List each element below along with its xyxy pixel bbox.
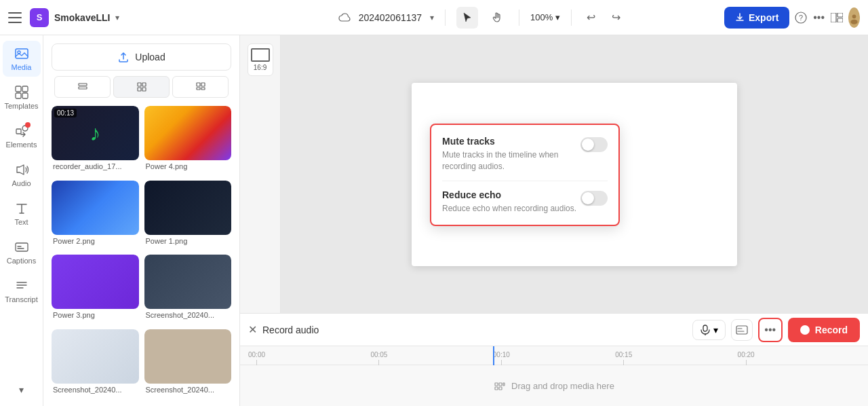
list-item[interactable]: Screenshot_20240... bbox=[144, 255, 232, 324]
captions-toggle-button[interactable] bbox=[731, 319, 753, 341]
toolbar-separator bbox=[445, 10, 446, 26]
view-toggle bbox=[52, 76, 231, 98]
ruler-label-3: 00:15 bbox=[615, 351, 632, 358]
svg-rect-19 bbox=[16, 243, 28, 251]
captions-toggle-icon bbox=[736, 325, 748, 335]
upload-label: Upload bbox=[135, 52, 165, 62]
list-item[interactable]: Power 1.png bbox=[144, 181, 232, 250]
record-bar: ✕ Record audio ▾ bbox=[240, 314, 868, 346]
ruler-mark-2: 00:10 bbox=[493, 351, 510, 365]
drag-drop-label: Drag and drop media here bbox=[511, 381, 614, 391]
reduce-echo-toggle[interactable] bbox=[580, 191, 608, 206]
reduce-echo-description: Reduce echo when recording audios. bbox=[442, 203, 576, 215]
pointer-tool-button[interactable] bbox=[456, 7, 478, 29]
ruler-mark-3: 00:15 bbox=[615, 351, 632, 365]
sidebar-item-templates[interactable]: Templates bbox=[3, 79, 41, 115]
list-view-button[interactable] bbox=[54, 76, 111, 98]
media-panel: Upload ♪ 00:13 recorder_ bbox=[43, 35, 240, 406]
svg-rect-21 bbox=[79, 87, 87, 89]
upload-button[interactable]: Upload bbox=[52, 43, 231, 71]
aspect-label: 16:9 bbox=[254, 64, 267, 71]
sidebar-text-label: Text bbox=[14, 218, 28, 226]
templates-icon bbox=[14, 85, 29, 100]
sidebar-item-text[interactable]: Text bbox=[3, 196, 41, 232]
record-button[interactable]: Record bbox=[788, 318, 860, 342]
more-menu-button[interactable]: ••• bbox=[813, 7, 825, 29]
drag-drop-area[interactable]: Drag and drop media here bbox=[240, 365, 868, 406]
header-left: S SmokaveLLI ▾ bbox=[8, 8, 239, 27]
more-options-label: ••• bbox=[764, 324, 776, 336]
help-button[interactable]: ? bbox=[795, 7, 807, 29]
sidebar-item-captions[interactable]: Captions bbox=[3, 234, 41, 270]
redo-button[interactable]: ↪ bbox=[608, 8, 625, 26]
svg-text:?: ? bbox=[799, 14, 803, 22]
brand-chevron-icon[interactable]: ▾ bbox=[115, 13, 119, 22]
sidebar-expand-button[interactable]: ▾ bbox=[11, 379, 33, 401]
svg-rect-6 bbox=[837, 13, 843, 17]
export-button[interactable]: Export bbox=[724, 7, 789, 29]
list-item[interactable]: ♪ 00:13 recorder_audio_17... bbox=[52, 106, 139, 175]
ruler-label-1: 00:05 bbox=[370, 351, 387, 358]
user-avatar[interactable] bbox=[848, 7, 860, 28]
svg-rect-26 bbox=[197, 83, 200, 86]
list-item[interactable]: Power 3.png bbox=[52, 255, 139, 324]
ruler-tick-0 bbox=[256, 360, 257, 365]
ruler-label-2: 00:10 bbox=[493, 351, 510, 358]
media-icon bbox=[14, 46, 29, 61]
record-label: Record bbox=[815, 325, 848, 335]
media-grid: ♪ 00:13 recorder_audio_17... Power 4.png… bbox=[43, 106, 239, 406]
microphone-button[interactable]: ▾ bbox=[692, 320, 726, 340]
aspect-ratio-button[interactable]: 16:9 bbox=[248, 43, 273, 76]
sidebar-captions-label: Captions bbox=[7, 257, 36, 265]
svg-rect-13 bbox=[16, 86, 21, 92]
brand-avatar: S bbox=[30, 8, 49, 27]
more-options-button[interactable]: ••• bbox=[758, 318, 783, 342]
canvas-top: 16:9 + Click to upload or drop media fil… bbox=[240, 35, 868, 313]
list-item[interactable]: Power 4.png bbox=[144, 106, 232, 175]
hand-tool-button[interactable] bbox=[486, 7, 508, 29]
media-item-label: recorder_audio_17... bbox=[52, 162, 139, 170]
sidebar-item-media[interactable]: Media bbox=[3, 41, 41, 77]
sidebar-item-transcript[interactable]: Transcript bbox=[3, 273, 41, 309]
zoom-control[interactable]: 100% ▾ bbox=[530, 12, 560, 22]
playhead[interactable] bbox=[493, 346, 494, 365]
brand-name: SmokaveLLI bbox=[54, 12, 110, 23]
list-item[interactable]: Power 2.png bbox=[52, 181, 139, 250]
svg-rect-29 bbox=[201, 88, 205, 90]
svg-rect-27 bbox=[201, 83, 205, 86]
header-center: 202402061137 ▾ 100% ▾ ↩ ↪ bbox=[244, 7, 719, 29]
undo-button[interactable]: ↩ bbox=[583, 8, 599, 26]
sidebar-item-audio[interactable]: Audio bbox=[3, 157, 41, 193]
media-item-label: Screenshot_20240... bbox=[144, 386, 232, 394]
svg-rect-30 bbox=[703, 325, 707, 331]
close-record-button[interactable]: ✕ bbox=[248, 323, 257, 336]
list-item[interactable]: Screenshot_20240... bbox=[52, 329, 139, 399]
svg-rect-14 bbox=[22, 86, 28, 92]
reduce-echo-row: Reduce echo Reduce echo when recording a… bbox=[442, 189, 608, 215]
project-name[interactable]: 202402061137 bbox=[359, 12, 422, 23]
main-content: Media Templates Elements bbox=[0, 35, 868, 406]
compact-view-button[interactable] bbox=[172, 76, 229, 98]
project-chevron-icon[interactable]: ▾ bbox=[430, 13, 434, 22]
hamburger-icon[interactable] bbox=[8, 12, 22, 23]
captions-icon bbox=[14, 240, 29, 255]
ruler-mark-0: 00:00 bbox=[248, 351, 265, 365]
svg-point-9 bbox=[852, 14, 856, 18]
svg-rect-24 bbox=[138, 88, 141, 91]
grid-view-button[interactable] bbox=[113, 76, 170, 98]
elements-badge bbox=[25, 122, 31, 128]
media-item-label: Power 3.png bbox=[52, 311, 139, 319]
layout-button[interactable] bbox=[831, 7, 843, 29]
media-item-label: Power 4.png bbox=[144, 162, 232, 170]
svg-rect-35 bbox=[503, 383, 505, 386]
ruler-tick-3 bbox=[623, 360, 624, 365]
mute-tracks-toggle[interactable] bbox=[580, 137, 608, 152]
svg-rect-25 bbox=[142, 88, 146, 91]
svg-rect-1 bbox=[8, 17, 22, 18]
sidebar-item-elements[interactable]: Elements bbox=[3, 118, 41, 154]
music-note-icon: ♪ bbox=[90, 121, 100, 146]
upload-icon bbox=[117, 51, 130, 63]
svg-rect-28 bbox=[197, 88, 200, 90]
list-item[interactable]: Screenshot_20240... bbox=[144, 329, 232, 399]
timeline-ruler: 00:00 00:05 00:10 00:15 bbox=[240, 346, 868, 365]
